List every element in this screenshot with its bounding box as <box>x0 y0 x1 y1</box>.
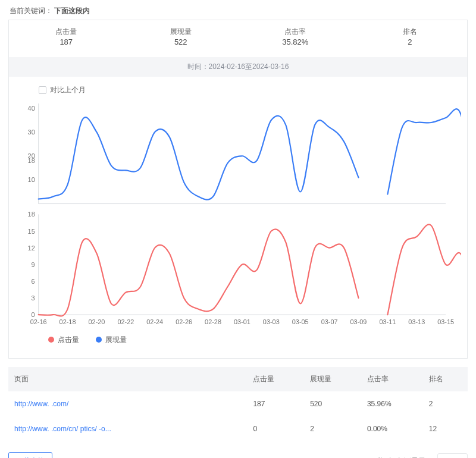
stat-rank: 排名 2 <box>353 20 468 55</box>
table-row: http://www. .com/cn/ ptics/ -o... 0 2 0.… <box>8 416 468 441</box>
keyword-label: 当前关键词： <box>10 7 52 15</box>
legend-dot-icon <box>96 337 102 343</box>
page-size-select[interactable]: 10 <box>437 453 468 458</box>
th-ctr: 点击率 <box>361 367 423 391</box>
svg-text:12: 12 <box>28 244 35 252</box>
svg-text:6: 6 <box>32 278 35 285</box>
legend-label: 展现量 <box>105 335 127 345</box>
svg-text:03-15: 03-15 <box>437 318 454 325</box>
svg-text:9: 9 <box>32 261 35 268</box>
page-table: 页面 点击量 展现量 点击率 排名 http://www. .com/ 187 … <box>8 367 468 441</box>
pager: 共2条 每页显示： 10 <box>377 453 468 458</box>
cell-impr: 2 <box>304 416 361 441</box>
cell-page: http://www. .com/ <box>8 391 247 416</box>
stat-label: 展现量 <box>126 26 236 37</box>
stat-label: 点击率 <box>240 26 350 37</box>
cell-clicks: 0 <box>247 416 304 441</box>
svg-text:02-22: 02-22 <box>117 318 134 325</box>
stats-row: 点击量 187 展现量 522 点击率 35.82% 排名 2 <box>9 20 467 55</box>
keyword-value: 下面这段内 <box>54 7 90 15</box>
cell-rank: 12 <box>423 416 468 441</box>
legend-item-clicks[interactable]: 点击量 <box>48 335 79 345</box>
svg-text:03-13: 03-13 <box>408 318 425 325</box>
stat-value: 35.82% <box>240 37 350 48</box>
cell-rank: 2 <box>423 391 468 416</box>
cell-ctr: 0.00% <box>361 416 423 441</box>
stat-impr: 展现量 522 <box>124 20 239 55</box>
page-link[interactable]: http://www. .com/cn/ ptics/ -o... <box>14 425 111 433</box>
legend-label: 点击量 <box>58 335 79 345</box>
svg-text:03-09: 03-09 <box>350 318 367 325</box>
line-chart: 1810203040036912151802-1602-1802-2002-22… <box>12 98 461 330</box>
svg-text:02-20: 02-20 <box>89 318 105 325</box>
svg-text:02-24: 02-24 <box>146 318 163 325</box>
download-button[interactable]: 下载表格 <box>8 452 52 458</box>
cell-page: http://www. .com/cn/ ptics/ -o... <box>8 416 247 441</box>
svg-text:10: 10 <box>28 176 35 183</box>
legend-dot-icon <box>48 337 54 343</box>
svg-text:18: 18 <box>28 211 35 218</box>
stat-label: 排名 <box>355 26 465 37</box>
svg-text:03-03: 03-03 <box>263 318 280 325</box>
svg-text:03-11: 03-11 <box>379 318 396 325</box>
footer: 下载表格 共2条 每页显示： 10 <box>8 452 468 458</box>
th-impr: 展现量 <box>304 367 361 391</box>
svg-text:30: 30 <box>28 128 35 136</box>
cell-impr: 520 <box>304 391 361 416</box>
table-row: http://www. .com/ 187 520 35.96% 2 <box>8 391 468 416</box>
th-rank: 排名 <box>423 367 468 391</box>
svg-text:03-05: 03-05 <box>292 318 309 325</box>
chart-container: 1810203040036912151802-1602-1802-2002-22… <box>9 98 467 358</box>
svg-text:02-16: 02-16 <box>30 318 47 325</box>
svg-text:03-01: 03-01 <box>234 318 250 325</box>
legend: 点击量 展现量 <box>12 330 461 353</box>
compare-checkbox[interactable] <box>39 86 46 94</box>
time-range-bar: 时间：2024-02-16至2024-03-16 <box>9 57 467 77</box>
svg-text:15: 15 <box>28 228 35 235</box>
page-link[interactable]: http://www. .com/ <box>14 400 68 408</box>
stat-ctr: 点击率 35.82% <box>238 20 353 55</box>
legend-item-impr[interactable]: 展现量 <box>96 335 127 345</box>
stat-clicks: 点击量 187 <box>9 20 124 55</box>
cell-clicks: 187 <box>247 391 304 416</box>
svg-text:20: 20 <box>28 152 35 159</box>
compare-row: 对比上个月 <box>9 77 467 98</box>
svg-text:02-18: 02-18 <box>60 318 76 325</box>
stat-value: 187 <box>11 37 121 48</box>
keyword-line: 当前关键词： 下面这段内 <box>8 6 468 20</box>
stat-value: 2 <box>355 37 465 48</box>
svg-text:02-28: 02-28 <box>205 318 221 325</box>
stat-value: 522 <box>126 37 236 48</box>
th-clicks: 点击量 <box>247 367 304 391</box>
svg-text:0: 0 <box>32 311 35 318</box>
svg-text:02-26: 02-26 <box>176 318 192 325</box>
th-page: 页面 <box>8 367 247 391</box>
cell-ctr: 35.96% <box>361 391 423 416</box>
stat-label: 点击量 <box>11 26 121 37</box>
svg-text:40: 40 <box>28 105 35 112</box>
svg-text:3: 3 <box>32 294 35 302</box>
svg-text:03-07: 03-07 <box>321 318 338 325</box>
main-panel: 点击量 187 展现量 522 点击率 35.82% 排名 2 时间：2024-… <box>8 20 468 359</box>
compare-label: 对比上个月 <box>50 85 86 95</box>
